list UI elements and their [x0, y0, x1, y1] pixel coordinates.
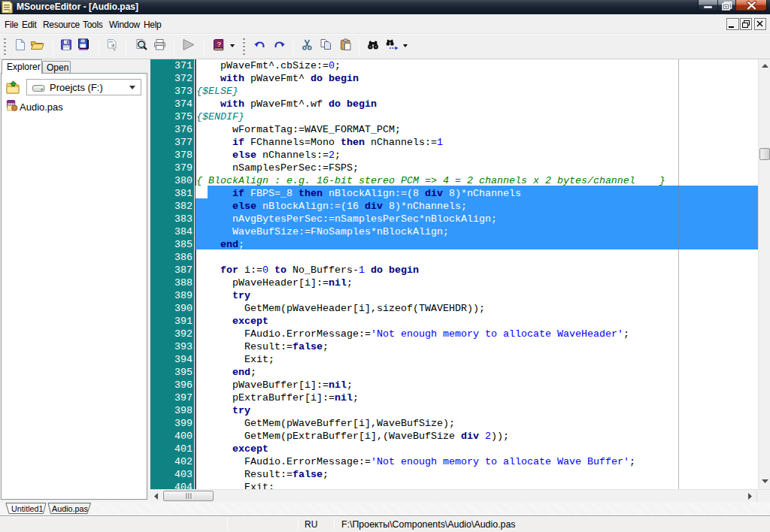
svg-text:Audio.pas: Audio.pas	[52, 504, 89, 513]
svg-text:pas: pas	[8, 101, 15, 106]
svg-text:?: ?	[217, 40, 221, 48]
svg-text:Untitled1: Untitled1	[11, 504, 44, 513]
